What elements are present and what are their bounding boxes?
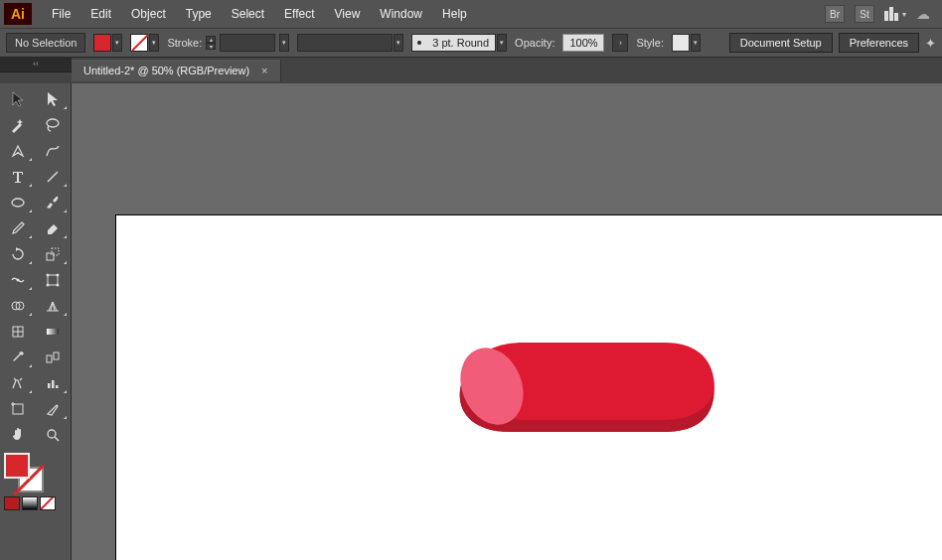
brush-label: 3 pt. Round (426, 37, 495, 49)
fill-stroke-indicator[interactable] (4, 453, 44, 492)
fill-dropdown[interactable]: ▾ (112, 34, 122, 52)
opacity-dropdown[interactable]: › (612, 34, 628, 52)
mesh-tool[interactable] (2, 320, 34, 344)
document-setup-button[interactable]: Document Setup (729, 33, 833, 53)
scale-tool[interactable] (37, 242, 69, 266)
svg-line-27 (55, 437, 59, 441)
tools-panel (0, 83, 72, 560)
svg-rect-22 (56, 385, 59, 388)
svg-rect-19 (54, 352, 59, 359)
color-mode-none[interactable] (40, 496, 56, 510)
menu-bar: Ai File Edit Object Type Select Effect V… (0, 0, 942, 28)
selection-tool[interactable] (2, 87, 34, 111)
menu-file[interactable]: File (42, 3, 80, 25)
svg-rect-21 (52, 380, 55, 388)
opacity-field[interactable]: 100% (562, 34, 604, 52)
profile-dropdown[interactable]: ▾ (393, 34, 403, 52)
color-mode-solid[interactable] (4, 496, 20, 510)
zoom-tool[interactable] (37, 423, 69, 447)
selection-indicator: No Selection (6, 33, 85, 53)
fill-color-box[interactable] (4, 453, 30, 479)
svg-point-10 (46, 284, 49, 287)
hand-tool[interactable] (2, 423, 34, 447)
canvas[interactable] (72, 83, 942, 560)
style-group[interactable]: ▾ (672, 34, 701, 52)
stroke-weight-stepper[interactable]: ▴▾ (206, 36, 216, 50)
svg-rect-4 (47, 253, 54, 260)
menu-select[interactable]: Select (222, 3, 274, 25)
column-graph-tool[interactable] (37, 371, 69, 395)
rotate-tool[interactable] (2, 242, 34, 266)
pencil-tool[interactable] (2, 216, 34, 240)
style-label: Style: (636, 37, 664, 49)
fill-swatch-group[interactable]: ▾ (93, 34, 122, 52)
chevron-down-icon: ▾ (902, 10, 906, 19)
stroke-weight-field[interactable] (220, 34, 275, 52)
stock-icon[interactable]: St (855, 5, 874, 23)
svg-rect-7 (48, 275, 58, 285)
blend-tool[interactable] (37, 346, 69, 369)
brush-dropdown[interactable]: ▾ (497, 34, 507, 52)
document-tab-bar: Untitled-2* @ 50% (RGB/Preview) × (0, 58, 942, 83)
paintbrush-tool[interactable] (37, 191, 69, 214)
artboard-tool[interactable] (2, 397, 34, 421)
variable-width-profile[interactable] (297, 34, 392, 52)
artwork-capsule-shape[interactable] (450, 343, 716, 450)
menu-window[interactable]: Window (370, 3, 432, 25)
menu-effect[interactable]: Effect (274, 3, 324, 25)
preferences-button[interactable]: Preferences (839, 33, 919, 53)
slice-tool[interactable] (37, 397, 69, 421)
close-tab-icon[interactable]: × (261, 65, 267, 76)
menu-type[interactable]: Type (176, 3, 222, 25)
menu-edit[interactable]: Edit (80, 3, 121, 25)
bridge-icon[interactable]: Br (825, 5, 845, 23)
ellipse-tool[interactable] (2, 191, 34, 214)
curvature-tool[interactable] (37, 139, 69, 163)
shape-builder-tool[interactable] (2, 294, 34, 318)
stroke-weight-dropdown[interactable]: ▾ (279, 34, 289, 52)
magic-wand-tool[interactable] (2, 113, 34, 137)
brush-definition-group[interactable]: 3 pt. Round ▾ (411, 34, 507, 52)
arrange-documents[interactable]: ▾ (884, 7, 906, 21)
svg-line-2 (48, 172, 58, 182)
profile-field-group[interactable]: ▾ (297, 34, 403, 52)
perspective-grid-tool[interactable] (37, 294, 69, 318)
document-tab[interactable]: Untitled-2* @ 50% (RGB/Preview) × (72, 60, 281, 81)
pen-tool[interactable] (2, 139, 34, 163)
app-logo: Ai (4, 3, 32, 25)
tools-collapse-handle[interactable]: ‹‹ (0, 58, 72, 72)
stroke-swatch[interactable] (130, 34, 148, 52)
symbol-sprayer-tool[interactable] (2, 371, 34, 395)
artboard[interactable] (115, 214, 942, 560)
style-dropdown[interactable]: ▾ (691, 34, 701, 52)
stroke-dropdown[interactable]: ▾ (149, 34, 159, 52)
type-tool[interactable] (2, 165, 34, 189)
document-tab-title: Untitled-2* @ 50% (RGB/Preview) (83, 65, 249, 76)
menu-view[interactable]: View (325, 3, 371, 25)
svg-rect-20 (48, 383, 51, 388)
color-controls (2, 449, 69, 514)
line-segment-tool[interactable] (37, 165, 69, 189)
opacity-label: Opacity: (515, 37, 554, 49)
eraser-tool[interactable] (37, 216, 69, 240)
stroke-label: Stroke: (167, 37, 202, 49)
align-icon[interactable]: ✦ (925, 36, 936, 51)
stroke-swatch-group[interactable]: ▾ (130, 34, 159, 52)
control-bar: No Selection ▾ ▾ Stroke: ▴▾ ▾ ▾ 3 pt. Ro… (0, 28, 942, 58)
free-transform-tool[interactable] (37, 268, 69, 292)
svg-point-26 (48, 430, 56, 438)
eyedropper-tool[interactable] (2, 346, 34, 369)
svg-point-1 (17, 152, 19, 154)
direct-selection-tool[interactable] (37, 87, 69, 111)
svg-point-6 (17, 279, 20, 282)
color-mode-gradient[interactable] (22, 496, 38, 510)
sync-icon[interactable]: ☁ (916, 6, 930, 22)
fill-swatch[interactable] (93, 34, 111, 52)
lasso-tool[interactable] (37, 113, 69, 137)
graphic-style-swatch[interactable] (672, 34, 690, 52)
menu-help[interactable]: Help (432, 3, 477, 25)
width-tool[interactable] (2, 268, 34, 292)
gradient-tool[interactable] (37, 320, 69, 344)
arrange-icon (884, 7, 898, 21)
menu-object[interactable]: Object (121, 3, 176, 25)
